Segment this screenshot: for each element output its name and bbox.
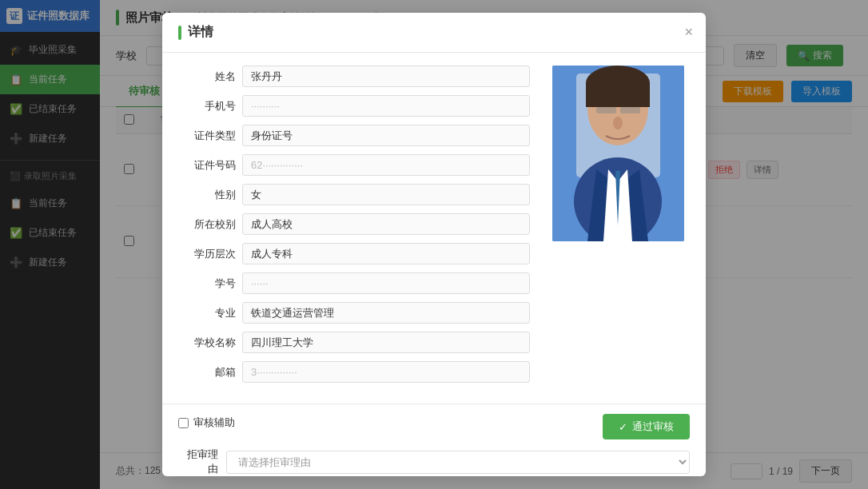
input-edulevel[interactable] [242, 243, 530, 264]
reject-reason-label: 拒审理由 [178, 447, 218, 476]
label-schoolname: 学校名称 [178, 336, 236, 350]
modal-title: 详情 [188, 24, 213, 41]
input-idtype[interactable] [242, 125, 530, 146]
form-row-edulevel: 学历层次 [178, 243, 530, 264]
photo-area [546, 66, 690, 391]
approve-button-label: 通过审核 [632, 419, 674, 434]
form-row-idtype: 证件类型 [178, 125, 530, 146]
input-school[interactable] [242, 213, 530, 235]
form-row-major: 专业 [178, 302, 530, 324]
label-phone: 手机号 [178, 99, 236, 113]
form-row-phone: 手机号 [178, 95, 530, 117]
label-major: 专业 [178, 306, 236, 320]
input-major[interactable] [242, 302, 530, 324]
input-gender[interactable] [242, 184, 530, 205]
svg-rect-7 [596, 107, 616, 113]
form-row-gender: 性别 [178, 184, 530, 205]
modal-body: 姓名 手机号 证件类型 证件号码 性别 [162, 53, 706, 404]
input-studentid[interactable] [242, 272, 530, 294]
input-name[interactable] [242, 66, 530, 87]
form-row-studentid: 学号 [178, 272, 530, 294]
modal-form: 姓名 手机号 证件类型 证件号码 性别 [178, 66, 530, 391]
input-phone[interactable] [242, 95, 530, 117]
label-email: 邮箱 [178, 365, 236, 380]
form-row-email: 邮箱 [178, 361, 530, 383]
label-gender: 性别 [178, 188, 236, 202]
svg-point-9 [613, 117, 623, 129]
input-email[interactable] [242, 361, 530, 383]
label-school: 所在校别 [178, 217, 236, 232]
audit-helper-row: 审核辅助 [178, 415, 235, 430]
modal-close-button[interactable]: × [684, 24, 693, 41]
form-row-schoolname: 学校名称 [178, 332, 530, 353]
actions-top-row: 审核辅助 ✓ 通过审核 [178, 414, 690, 439]
svg-rect-6 [586, 83, 650, 107]
photo-frame [552, 66, 684, 241]
check-icon: ✓ [619, 421, 627, 433]
audit-helper-checkbox[interactable] [178, 418, 189, 428]
input-idnumber[interactable] [242, 154, 530, 176]
modal-header-bar [178, 26, 181, 40]
label-name: 姓名 [178, 70, 236, 84]
form-row-idnumber: 证件号码 [178, 154, 530, 176]
person-photo-svg [552, 66, 684, 241]
modal-dialog: 详情 × 姓名 手机号 证件类型 证件号码 [162, 13, 706, 476]
reject-reason-row: 拒审理由 请选择拒审理由 [178, 447, 690, 476]
modal-header: 详情 × [162, 13, 706, 53]
audit-helper-label: 审核辅助 [193, 415, 235, 430]
form-row-name: 姓名 [178, 66, 530, 87]
svg-rect-8 [620, 107, 640, 113]
label-idtype: 证件类型 [178, 129, 236, 143]
input-schoolname[interactable] [242, 332, 530, 353]
label-idnumber: 证件号码 [178, 158, 236, 173]
form-row-school: 所在校别 [178, 213, 530, 235]
label-edulevel: 学历层次 [178, 247, 236, 261]
approve-button[interactable]: ✓ 通过审核 [603, 414, 690, 439]
modal-actions: 审核辅助 ✓ 通过审核 拒审理由 请选择拒审理由 备注说明 🚫 [162, 404, 706, 476]
modal-overlay: 详情 × 姓名 手机号 证件类型 证件号码 [0, 0, 868, 489]
label-studentid: 学号 [178, 276, 236, 291]
reject-reason-select[interactable]: 请选择拒审理由 [226, 451, 690, 474]
